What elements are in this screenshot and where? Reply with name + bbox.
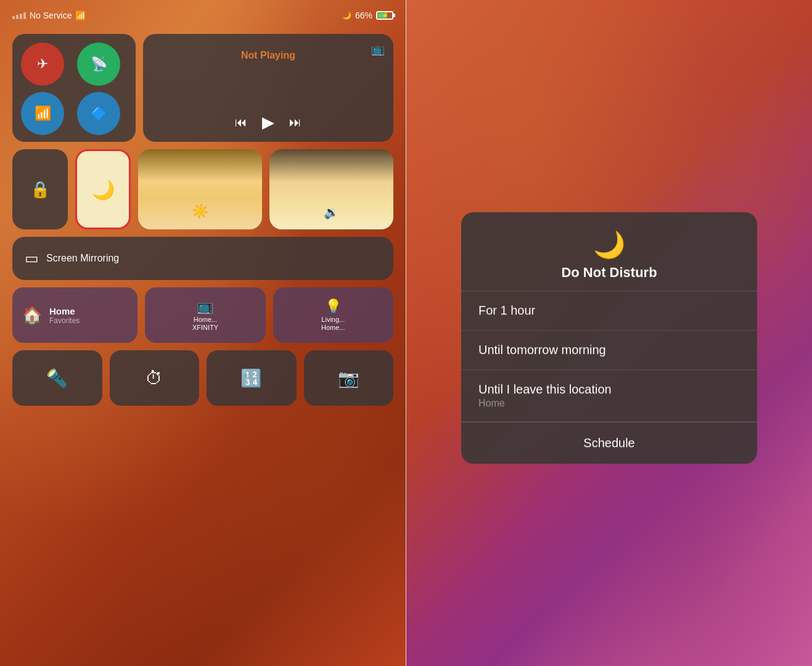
dnd-header: 🌙 Do Not Disturb (461, 212, 757, 290)
cellular-button[interactable]: 📶 (21, 92, 64, 135)
timer-button[interactable]: ⏱ (110, 350, 200, 406)
control-center-content: ✈ 📡 📶 🔷 📺 Not Playing ⏮ ▶ (12, 34, 393, 654)
top-row: ✈ 📡 📶 🔷 📺 Not Playing ⏮ ▶ (12, 34, 393, 142)
signal-dot-3 (20, 14, 22, 19)
screen-mirror-label: Screen Mirroring (46, 253, 119, 264)
bluetooth-button[interactable]: 🔷 (77, 92, 120, 135)
appletv-icon: 📺 (197, 298, 213, 314)
status-left: No Service 📶 (12, 10, 86, 20)
dnd-option-tomorrow[interactable]: Until tomorrow morning (461, 331, 757, 370)
dnd-popup: 🌙 Do Not Disturb For 1 hour Until tomorr… (461, 212, 757, 464)
battery-percent: 66% (355, 10, 372, 20)
airplane-mode-button[interactable]: ✈ (21, 43, 64, 86)
wifi-icon: 📡 (91, 56, 107, 72)
signal-dot-1 (12, 16, 15, 19)
do-not-disturb-moon-icon: 🌙 (92, 179, 115, 200)
airplay-icon[interactable]: 📺 (371, 43, 385, 56)
dnd-schedule-label: Schedule (583, 436, 634, 450)
battery-shape: ⚡ (376, 11, 393, 20)
not-playing-label: Not Playing (153, 44, 383, 61)
media-controls: ⏮ ▶ ⏭ (153, 113, 383, 132)
home-subtitle: Favorites (49, 316, 80, 325)
home-xfinity-tile[interactable]: 📺 Home...XFINITY (145, 287, 265, 343)
dnd-option-location[interactable]: Until I leave this location Home (461, 370, 757, 422)
living-icon: 💡 (325, 298, 342, 314)
living-home-name: Living...Home... (321, 316, 345, 332)
brightness-icon: ☀️ (192, 204, 208, 220)
timer-icon: ⏱ (146, 368, 163, 388)
dnd-popup-moon-icon: 🌙 (593, 229, 625, 260)
screen-mirror-icon: ▭ (25, 250, 39, 267)
fast-forward-button[interactable]: ⏭ (289, 115, 301, 130)
middle-row: 🔒 🌙 ☀️ 🔉 (12, 149, 393, 229)
status-bar: No Service 📶 🌙 66% ⚡ (0, 0, 406, 31)
camera-button[interactable]: 📷 (304, 350, 394, 406)
flashlight-icon: 🔦 (46, 368, 68, 388)
play-button[interactable]: ▶ (262, 113, 274, 132)
rotation-lock-icon: 🔒 (30, 180, 50, 199)
home-icon: 🏠 (22, 306, 42, 325)
calculator-button[interactable]: 🔢 (207, 350, 297, 406)
volume-icon: 🔉 (324, 205, 339, 220)
volume-slider[interactable]: 🔉 (269, 149, 393, 229)
dnd-option-1-hour[interactable]: For 1 hour (461, 291, 757, 331)
battery-icon: ⚡ (376, 11, 393, 20)
cellular-icon: 📶 (35, 105, 51, 121)
screen-mirror-row: ▭ Screen Mirroring (12, 237, 393, 280)
media-tile[interactable]: 📺 Not Playing ⏮ ▶ ⏭ (143, 34, 393, 142)
home-row: 🏠 Home Favorites 📺 Home...XFINITY 💡 Livi… (12, 287, 393, 343)
wifi-button[interactable]: 📡 (77, 43, 120, 86)
tools-row: 🔦 ⏱ 🔢 📷 (12, 350, 393, 406)
connectivity-tile[interactable]: ✈ 📡 📶 🔷 (12, 34, 136, 142)
battery-bolt-icon: ⚡ (382, 12, 388, 18)
home-title: Home (49, 306, 80, 316)
calculator-icon: 🔢 (240, 368, 262, 388)
airplane-icon: ✈ (37, 56, 48, 72)
dnd-option-1-hour-label: For 1 hour (478, 303, 740, 318)
dnd-option-location-label: Until I leave this location (478, 382, 740, 397)
moon-status-icon: 🌙 (342, 11, 351, 20)
dnd-option-tomorrow-label: Until tomorrow morning (478, 343, 740, 357)
dnd-option-location-sub: Home (478, 398, 740, 409)
screen-mirroring-button[interactable]: ▭ Screen Mirroring (12, 237, 393, 280)
wifi-status-icon: 📶 (75, 10, 86, 20)
right-panel: 🌙 Do Not Disturb For 1 hour Until tomorr… (406, 0, 812, 666)
home-favorites-tile[interactable]: 🏠 Home Favorites (12, 287, 137, 343)
dnd-schedule-option[interactable]: Schedule (461, 422, 757, 464)
dnd-popup-title: Do Not Disturb (561, 265, 657, 281)
do-not-disturb-button[interactable]: 🌙 (75, 149, 131, 229)
camera-icon: 📷 (338, 368, 359, 388)
no-service-label: No Service (30, 10, 72, 20)
brightness-slider[interactable]: ☀️ (138, 149, 262, 229)
status-right: 🌙 66% ⚡ (342, 10, 393, 20)
signal-dot-2 (16, 15, 18, 19)
rewind-button[interactable]: ⏮ (235, 115, 247, 130)
left-panel: No Service 📶 🌙 66% ⚡ ✈ 📡 (0, 0, 406, 666)
home-xfinity-name: Home...XFINITY (192, 316, 218, 332)
flashlight-button[interactable]: 🔦 (12, 350, 102, 406)
signal-dot-4 (23, 12, 26, 19)
screen-rotation-button[interactable]: 🔒 (12, 149, 68, 229)
signal-dots (12, 12, 26, 19)
bluetooth-icon: 🔷 (91, 105, 107, 121)
living-home-tile[interactable]: 💡 Living...Home... (273, 287, 393, 343)
home-text: Home Favorites (49, 306, 80, 325)
